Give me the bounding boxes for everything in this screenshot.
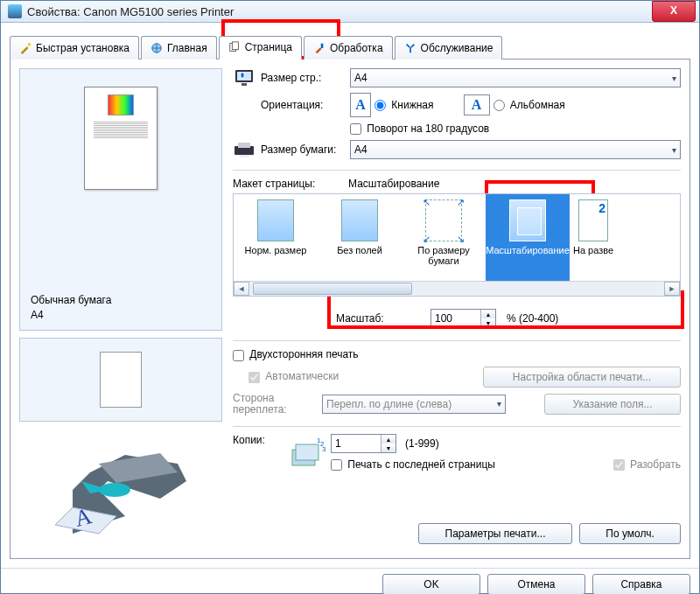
orientation-label: Ориентация:	[261, 99, 345, 111]
layout-nup[interactable]: 2 На разве	[570, 194, 617, 282]
tabs: Быстрая установка Главная Страница Обраб…	[10, 35, 690, 59]
window-title: Свойства: Canon MG5100 series Printer	[27, 5, 652, 18]
tab-page[interactable]: Страница	[219, 36, 302, 59]
color-swatch-icon	[108, 94, 134, 115]
svg-rect-12	[238, 143, 250, 148]
bind-side-label: Сторона переплета:	[233, 393, 317, 416]
ok-button[interactable]: OK	[382, 574, 480, 594]
print-area-button: Настройка области печати...	[483, 367, 681, 388]
layout-fit[interactable]: ↖↗ ↙↘ По размеру бумаги	[402, 194, 486, 282]
scale-input[interactable]: ▲▼	[430, 309, 496, 328]
monitor-icon	[234, 68, 255, 87]
page-layout-value: Масштабирование	[348, 178, 439, 190]
help-button[interactable]: Справка	[592, 574, 690, 594]
copies-range: (1-999)	[405, 437, 439, 450]
mini-preview	[19, 338, 222, 422]
pages-icon	[228, 41, 241, 53]
duplex-auto-checkbox: Автоматически	[248, 370, 339, 382]
from-last-checkbox[interactable]: Печать с последней страницы	[331, 458, 495, 471]
portrait-icon: A	[350, 93, 371, 117]
copies-input[interactable]: ▲▼	[331, 434, 396, 453]
landscape-icon: A	[464, 94, 490, 115]
page-size-dropdown[interactable]: A4	[350, 68, 681, 87]
svg-text:3: 3	[322, 445, 326, 453]
printer-icon	[8, 4, 22, 18]
tab-proc-label: Обработка	[330, 42, 383, 54]
tools-icon	[404, 42, 416, 54]
duplex-checkbox[interactable]: Двухсторонняя печать	[233, 348, 359, 360]
collate-icon: 123	[287, 434, 326, 472]
close-button[interactable]: X	[652, 1, 696, 22]
layout-borderless[interactable]: Без полей	[318, 194, 402, 282]
tab-quick[interactable]: Быстрая установка	[10, 36, 139, 59]
scale-range: % (20-400)	[507, 312, 558, 325]
media-info: Обычная бумага A4	[27, 288, 111, 323]
mini-page-icon	[100, 352, 142, 408]
tab-main-label: Главная	[167, 42, 207, 54]
landscape-radio[interactable]: Альбомная	[494, 99, 565, 111]
layout-strip: Норм. размер Без полей ↖↗ ↙↘ По размеру …	[233, 193, 681, 297]
collate-checkbox: Разобрать	[613, 458, 681, 471]
svg-point-0	[28, 42, 32, 45]
globe-icon	[150, 42, 163, 54]
portrait-radio[interactable]: Книжная	[374, 99, 434, 111]
tab-maint[interactable]: Обслуживание	[395, 36, 503, 59]
page-size-label: Размер стр.:	[261, 72, 345, 84]
svg-rect-9	[241, 73, 244, 78]
copies-label: Копии:	[233, 434, 282, 446]
tab-quick-label: Быстрая установка	[36, 42, 130, 54]
layout-scrollbar[interactable]: ◄►	[234, 281, 680, 296]
tab-main[interactable]: Главная	[141, 36, 217, 59]
magic-icon	[19, 42, 32, 54]
paper-size-label: Размер бумаги:	[261, 143, 345, 156]
tab-page-label: Страница	[245, 41, 292, 53]
svg-rect-3	[232, 42, 238, 50]
margin-button: Указание поля...	[544, 394, 681, 415]
printer-illustration: A	[19, 429, 222, 549]
titlebar: Свойства: Canon MG5100 series Printer X	[1, 1, 699, 23]
brush-icon	[313, 42, 326, 54]
page-layout-label: Макет страницы:	[233, 178, 343, 190]
printer-small-icon	[233, 141, 256, 158]
svg-rect-15	[296, 444, 318, 460]
svg-rect-4	[321, 43, 324, 47]
svg-rect-10	[242, 83, 247, 86]
page-preview	[84, 87, 158, 190]
print-params-button[interactable]: Параметры печати...	[418, 523, 572, 544]
preview-pane: Обычная бумага A4	[19, 68, 222, 331]
layout-normal[interactable]: Норм. размер	[234, 194, 318, 282]
svg-rect-13	[240, 155, 248, 157]
paper-size-dropdown[interactable]: A4	[350, 140, 681, 159]
scale-label: Масштаб:	[336, 312, 420, 325]
bind-side-dropdown: Перепл. по длине (слева)	[322, 395, 506, 414]
defaults-button[interactable]: По умолч.	[579, 523, 681, 544]
layout-scaled[interactable]: Масштабирование	[486, 194, 570, 282]
tab-proc[interactable]: Обработка	[304, 36, 393, 59]
cancel-button[interactable]: Отмена	[487, 574, 585, 594]
rotate180-checkbox[interactable]: Поворот на 180 градусов	[350, 122, 489, 135]
tab-maint-label: Обслуживание	[421, 42, 494, 54]
